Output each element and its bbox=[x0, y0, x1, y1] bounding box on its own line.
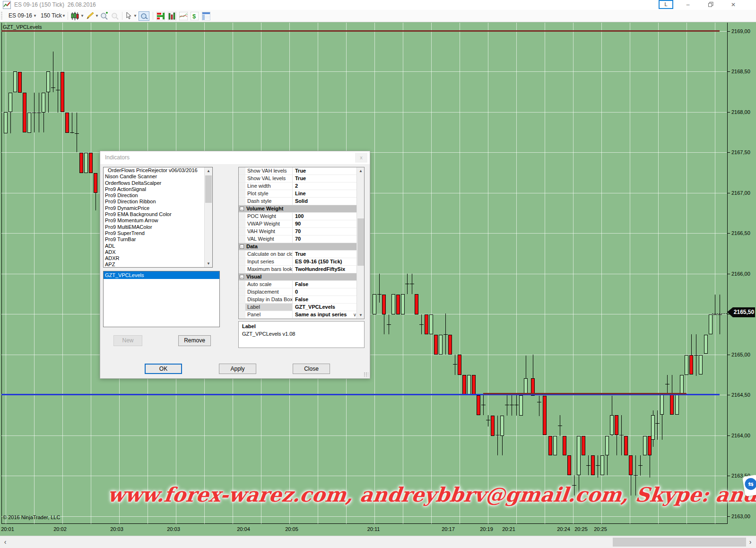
period-caret-icon[interactable]: ▼ bbox=[62, 14, 66, 18]
indicator-list-item[interactable]: Pro9 SuperTrend bbox=[104, 230, 212, 236]
dialog-titlebar[interactable]: Indicators x bbox=[100, 151, 370, 164]
restore-button[interactable] bbox=[704, 0, 717, 9]
indicator-list-item[interactable]: Pro9 DynamicPrice bbox=[104, 205, 212, 211]
toolbar-grip[interactable] bbox=[1, 12, 2, 20]
new-button[interactable]: New bbox=[113, 335, 142, 346]
apply-button[interactable]: Apply bbox=[219, 364, 256, 374]
property-value[interactable]: 100 bbox=[293, 213, 357, 220]
chart-style-icon[interactable] bbox=[71, 12, 79, 22]
scroll-thumb[interactable] bbox=[357, 218, 364, 266]
property-row[interactable]: Show VAH levelsTrue bbox=[239, 167, 357, 175]
scroll-left-icon[interactable]: ‹ bbox=[1, 536, 9, 548]
property-value[interactable]: 90 bbox=[293, 220, 357, 227]
drawing-tools-icon[interactable] bbox=[86, 12, 94, 22]
indicator-list-item[interactable]: Pro9 EMA Background Color bbox=[104, 211, 212, 217]
property-value[interactable]: True bbox=[293, 167, 357, 174]
link-button[interactable]: L bbox=[659, 0, 673, 9]
property-value[interactable]: 2 bbox=[293, 183, 357, 190]
zoom-out-icon[interactable] bbox=[111, 12, 120, 22]
cursor-caret-icon[interactable]: ▼ bbox=[133, 14, 137, 18]
line-chart-icon[interactable] bbox=[179, 12, 188, 22]
property-value[interactable]: Line bbox=[293, 190, 357, 197]
property-row[interactable]: Displacement0 bbox=[239, 288, 357, 296]
scroll-right-icon[interactable]: › bbox=[746, 536, 755, 548]
dialog-resize-grip[interactable] bbox=[364, 372, 368, 377]
property-row[interactable]: PanelSame as input series∨ bbox=[239, 311, 357, 319]
property-row[interactable]: Auto scaleFalse bbox=[239, 281, 357, 288]
dropdown-caret-icon[interactable]: ∨ bbox=[353, 311, 356, 318]
collapse-icon[interactable]: – bbox=[240, 275, 244, 279]
horizontal-scrollbar[interactable]: ‹ › bbox=[0, 536, 756, 548]
instrument-selector[interactable]: ES 09-16 bbox=[9, 12, 32, 19]
instrument-caret-icon[interactable]: ▼ bbox=[33, 14, 37, 18]
indicator-list-item[interactable]: Pro9 MultiEMAColor bbox=[104, 224, 212, 230]
property-value[interactable]: 70 bbox=[293, 235, 357, 243]
property-row[interactable]: VAL Weight70 bbox=[239, 235, 357, 243]
configured-indicators-list[interactable]: GZT_VPCLevels bbox=[103, 271, 220, 327]
property-row[interactable]: Input seriesES 09-16 (150 Tick) bbox=[239, 258, 357, 266]
indicator-list-item[interactable]: Pro9 Momentum Arrow bbox=[104, 217, 212, 224]
indicator-list-item[interactable]: ADL bbox=[104, 243, 212, 249]
close-button[interactable]: ✕ bbox=[727, 0, 740, 9]
minimize-button[interactable]: – bbox=[681, 0, 695, 9]
property-value[interactable]: TwoHundredFiftySix bbox=[293, 266, 357, 273]
property-row[interactable]: VAH Weight70 bbox=[239, 228, 357, 235]
property-value[interactable]: False bbox=[293, 296, 357, 303]
property-value[interactable]: ES 09-16 (150 Tick) bbox=[293, 258, 357, 265]
property-row[interactable]: Maximum bars look lTwoHundredFiftySix bbox=[239, 266, 357, 273]
property-row[interactable]: Display in Data BoxFalse bbox=[239, 296, 357, 304]
ok-button[interactable]: OK bbox=[145, 364, 182, 374]
scroll-down-icon[interactable]: ▼ bbox=[205, 260, 212, 267]
property-value[interactable]: GZT_VPCLevels bbox=[293, 304, 357, 311]
indicator-list-item[interactable]: ADXR bbox=[104, 255, 212, 261]
available-indicators-list[interactable]: OrderFlows PriceRejector v06/03/2016Niso… bbox=[103, 167, 213, 268]
property-row[interactable]: VWAP Weight90 bbox=[239, 220, 357, 228]
configured-indicator-item[interactable]: GZT_VPCLevels bbox=[104, 271, 219, 279]
chart-style-caret-icon[interactable]: ▼ bbox=[80, 14, 84, 18]
indicator-list-item[interactable]: Pro9 ActionSignal bbox=[104, 186, 212, 192]
available-list-scrollbar[interactable]: ▲ ▼ bbox=[204, 167, 212, 267]
property-value[interactable]: True bbox=[293, 251, 357, 258]
property-section-header[interactable]: –Volume Weight bbox=[239, 205, 357, 213]
remove-button[interactable]: Remove bbox=[178, 335, 211, 346]
indicator-list-item[interactable]: OrderFlows PriceRejector v06/03/2016 bbox=[104, 167, 212, 174]
collapse-icon[interactable]: – bbox=[240, 207, 244, 211]
cursor-tool-icon[interactable] bbox=[125, 12, 132, 22]
indicator-list-item[interactable]: APZ bbox=[104, 261, 212, 268]
property-section-header[interactable]: –Visual bbox=[239, 273, 357, 281]
property-row[interactable]: POC Weight100 bbox=[239, 213, 357, 220]
dialog-close-icon[interactable]: x bbox=[355, 153, 367, 163]
scroll-thumb[interactable] bbox=[205, 175, 212, 203]
collapse-icon[interactable]: – bbox=[240, 244, 244, 249]
data-grid-icon[interactable] bbox=[202, 12, 210, 22]
indicator-list-item[interactable]: Nison Candle Scanner bbox=[104, 174, 212, 180]
indicator-list-item[interactable]: Pro9 TurnBar bbox=[104, 236, 212, 243]
property-row[interactable]: Plot styleLine bbox=[239, 190, 357, 198]
indicator-list-item[interactable]: Pro9 Direction Ribbon bbox=[104, 199, 212, 205]
property-row[interactable]: Show VAL levelsTrue bbox=[239, 175, 357, 183]
close-dialog-button[interactable]: Close bbox=[293, 364, 330, 374]
scroll-up-icon[interactable]: ▲ bbox=[205, 167, 212, 174]
zoom-in-icon[interactable] bbox=[100, 12, 109, 22]
property-row[interactable]: Calculate on bar closTrue bbox=[239, 251, 357, 258]
chart-magnify-toggle[interactable] bbox=[139, 11, 149, 21]
property-row[interactable]: Dash styleSolid bbox=[239, 198, 357, 205]
indicator-list-item[interactable]: Pro9 Direction bbox=[104, 192, 212, 199]
property-value[interactable]: True bbox=[293, 175, 357, 182]
scroll-thumb[interactable] bbox=[613, 538, 746, 547]
property-value[interactable]: False bbox=[293, 281, 357, 288]
property-row[interactable]: Line width2 bbox=[239, 183, 357, 190]
property-section-header[interactable]: –Data bbox=[239, 243, 357, 251]
property-value[interactable]: 70 bbox=[293, 228, 357, 235]
volume-chart-icon[interactable] bbox=[168, 12, 176, 22]
properties-scrollbar[interactable]: ▲ ▼ bbox=[356, 167, 364, 319]
scroll-up-icon[interactable]: ▲ bbox=[357, 167, 365, 174]
property-value[interactable]: Same as input series∨ bbox=[293, 311, 357, 318]
indicator-properties-grid[interactable]: Show VAH levelsTrueShow VAL levelsTrueLi… bbox=[238, 167, 365, 319]
property-row[interactable]: LabelGZT_VPCLevels bbox=[239, 304, 357, 311]
indicator-list-item[interactable]: Orderflows DeltaScalper bbox=[104, 180, 212, 186]
property-value[interactable]: Solid bbox=[293, 198, 357, 205]
dollar-account-icon[interactable]: $ bbox=[191, 12, 199, 22]
indicator-list-item[interactable]: ADX bbox=[104, 249, 212, 255]
scroll-down-icon[interactable]: ▼ bbox=[357, 312, 365, 319]
